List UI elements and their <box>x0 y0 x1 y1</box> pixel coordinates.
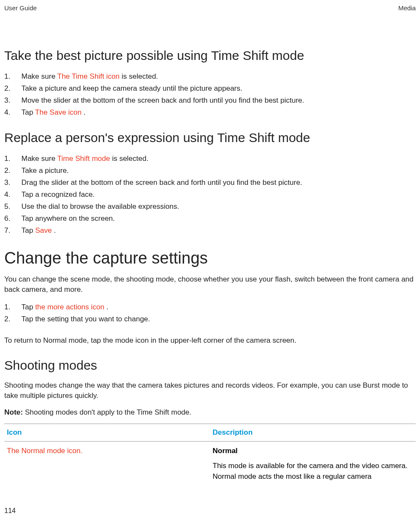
list-item: 6.Tap anywhere on the screen. <box>4 213 416 225</box>
step-num: 3. <box>4 95 21 107</box>
step-text: Tap the setting that you want to change. <box>21 313 416 325</box>
list-item: 7.Tap Save . <box>4 225 416 237</box>
section2-title: Replace a person's expression using Time… <box>4 130 416 145</box>
step-num: 2. <box>4 165 21 177</box>
table-header-icon: Icon <box>4 424 210 442</box>
step-num: 4. <box>4 107 21 119</box>
mode-title: Normal <box>213 446 414 457</box>
section3-outro: To return to Normal mode, tap the mode i… <box>4 335 416 346</box>
save-icon: Save <box>35 226 54 234</box>
header-right: Media <box>398 4 416 12</box>
table-header-description: Description <box>210 424 416 442</box>
section1-steps: 1.Make sure The Time Shift icon is selec… <box>4 71 416 119</box>
step-num: 5. <box>4 201 21 213</box>
section4-intro: Shooting modes change the way that the c… <box>4 380 416 401</box>
step-text: Tap The Save icon . <box>21 107 416 119</box>
normal-mode-icon: The Normal mode icon. <box>7 447 83 455</box>
mode-description: This mode is available for the camera an… <box>213 461 414 482</box>
step-num: 4. <box>4 189 21 201</box>
step-text: Take a picture and keep the camera stead… <box>21 83 416 95</box>
list-item: 2.Tap the setting that you want to chang… <box>4 313 416 325</box>
list-item: 1.Tap the more actions icon . <box>4 301 416 313</box>
list-item: 2.Take a picture. <box>4 165 416 177</box>
list-item: 4.Tap The Save icon . <box>4 107 416 119</box>
step-text: Drag the slider at the bottom of the scr… <box>21 177 416 189</box>
step-text: Tap anywhere on the screen. <box>21 213 416 225</box>
more-actions-icon: the more actions icon <box>35 303 106 311</box>
time-shift-icon: The Time Shift icon <box>57 72 122 80</box>
step-text: Move the slider at the bottom of the scr… <box>21 95 416 107</box>
time-shift-mode-icon: Time Shift mode <box>57 154 112 163</box>
step-text: Tap the more actions icon . <box>21 301 416 313</box>
step-num: 2. <box>4 313 21 325</box>
list-item: 1.Make sure Time Shift mode is selected. <box>4 153 416 165</box>
list-item: 2.Take a picture and keep the camera ste… <box>4 83 416 95</box>
step-text: Use the dial to browse the available exp… <box>21 201 416 213</box>
list-item: 5.Use the dial to browse the available e… <box>4 201 416 213</box>
list-item: 1.Make sure The Time Shift icon is selec… <box>4 71 416 83</box>
section3-title: Change the capture settings <box>4 249 416 267</box>
list-item: 3.Move the slider at the bottom of the s… <box>4 95 416 107</box>
step-text: Take a picture. <box>21 165 416 177</box>
section4-note: Note: Shooting modes don't apply to the … <box>4 407 416 418</box>
modes-table: Icon Description The Normal mode icon. N… <box>4 424 416 486</box>
step-num: 1. <box>4 153 21 165</box>
section4-title: Shooting modes <box>4 358 416 373</box>
section3-steps: 1.Tap the more actions icon . 2.Tap the … <box>4 301 416 325</box>
note-label: Note: <box>4 408 23 416</box>
page-number: 114 <box>4 507 16 515</box>
step-num: 2. <box>4 83 21 95</box>
step-text: Make sure Time Shift mode is selected. <box>21 153 416 165</box>
step-num: 3. <box>4 177 21 189</box>
save-icon: The Save icon <box>35 108 83 116</box>
step-text: Make sure The Time Shift icon is selecte… <box>21 71 416 83</box>
step-num: 1. <box>4 71 21 83</box>
table-row: The Normal mode icon. Normal This mode i… <box>4 442 416 486</box>
section1-title: Take the best picture possible using Tim… <box>4 48 416 63</box>
list-item: 4.Tap a recognized face. <box>4 189 416 201</box>
section2-steps: 1.Make sure Time Shift mode is selected.… <box>4 153 416 237</box>
step-text: Tap Save . <box>21 225 416 237</box>
step-num: 7. <box>4 225 21 237</box>
step-num: 1. <box>4 301 21 313</box>
step-text: Tap a recognized face. <box>21 189 416 201</box>
section3-intro: You can change the scene mode, the shoot… <box>4 274 416 295</box>
list-item: 3.Drag the slider at the bottom of the s… <box>4 177 416 189</box>
header-left: User Guide <box>4 4 37 12</box>
step-num: 6. <box>4 213 21 225</box>
